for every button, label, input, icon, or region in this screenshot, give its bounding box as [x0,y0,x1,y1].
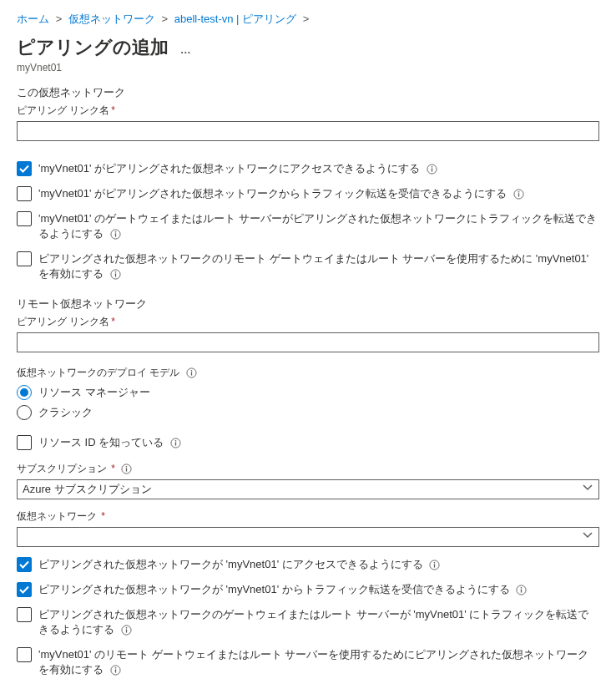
info-icon[interactable] [513,189,524,200]
svg-point-13 [190,370,192,372]
select-remote-vnet[interactable] [17,527,599,547]
page-subtitle: myVnet01 [17,62,599,73]
checkbox-remote-allow-gateway[interactable] [17,607,32,622]
svg-point-4 [518,191,519,193]
checkbox-remote-use-remote-gw[interactable] [17,647,32,662]
svg-point-25 [521,587,523,589]
input-this-link-name[interactable] [17,121,599,141]
label-model-classic: クラシック [38,405,93,420]
label-remote-use-remote-gw: 'myVnet01' のリモート ゲートウェイまたはルート サーバーを使用するた… [38,647,599,677]
info-icon[interactable] [516,585,527,595]
section-this-vnet: この仮想ネットワーク [17,85,599,100]
label-subscription: サブスクリプション * [17,462,599,476]
breadcrumb-vnet-peering[interactable]: abell-test-vn | ピアリング [174,13,296,25]
page-title: ピアリングの追加 [17,35,169,60]
svg-rect-17 [175,442,176,445]
svg-point-1 [431,166,432,168]
radio-model-classic[interactable] [17,405,32,420]
svg-rect-14 [191,372,192,376]
breadcrumb-home[interactable]: ホーム [17,13,49,25]
chevron-right-icon: > [303,13,310,25]
svg-rect-8 [114,233,115,236]
info-icon[interactable] [110,229,121,240]
label-know-resource-id: リソース ID を知っている [38,435,181,450]
info-icon[interactable] [429,560,440,570]
checkbox-this-use-remote-gw[interactable] [17,251,32,266]
label-model-rm: リソース マネージャー [38,385,150,400]
svg-point-10 [114,271,116,273]
breadcrumb: ホーム > 仮想ネットワーク > abell-test-vn | ピアリング > [17,8,599,30]
more-icon[interactable]: … [180,43,193,56]
svg-point-19 [126,466,128,468]
svg-rect-32 [114,669,115,672]
label-remote-vnet: 仮想ネットワーク * [17,509,599,524]
input-remote-link-name[interactable] [17,332,599,352]
label-this-link-name: ピアリング リンク名* [17,104,599,118]
info-icon[interactable] [186,367,197,378]
label-remote-allow-access: ピアリングされた仮想ネットワークが 'myVnet01' にアクセスできるように… [38,557,440,572]
svg-point-7 [114,231,116,233]
info-icon[interactable] [110,665,121,676]
svg-point-28 [125,627,127,629]
svg-point-22 [434,562,436,564]
select-subscription[interactable] [17,479,599,499]
svg-rect-26 [521,589,522,592]
label-remote-allow-gateway: ピアリングされた仮想ネットワークのゲートウェイまたはルート サーバーが 'myV… [38,607,599,637]
label-this-allow-access: 'myVnet01' がピアリングされた仮想ネットワークにアクセスできるようにす… [38,161,437,176]
svg-point-16 [175,440,177,442]
radio-model-rm[interactable] [17,385,32,400]
svg-rect-20 [126,469,127,472]
svg-rect-29 [125,629,126,632]
label-this-allow-forwarded: 'myVnet01' がピアリングされた仮想ネットワークからトラフィック転送を受… [38,186,524,201]
chevron-right-icon: > [56,13,63,25]
checkbox-this-allow-gateway[interactable] [17,211,32,226]
label-remote-link-name: ピアリング リンク名* [17,315,599,329]
select-remote-vnet-value[interactable] [17,527,599,547]
checkbox-this-allow-forwarded[interactable] [17,186,32,201]
checkbox-this-allow-access[interactable] [17,161,32,176]
info-icon[interactable] [170,438,181,448]
svg-rect-2 [432,168,432,171]
info-icon[interactable] [110,269,121,280]
info-icon[interactable] [121,625,132,636]
svg-rect-23 [434,564,435,567]
label-deploy-model: 仮想ネットワークのデプロイ モデル [17,366,599,380]
select-subscription-value[interactable] [17,479,599,499]
section-remote-vnet: リモート仮想ネットワーク [17,296,599,312]
svg-rect-5 [518,193,519,196]
info-icon[interactable] [121,464,132,474]
label-this-use-remote-gw: ピアリングされた仮想ネットワークのリモート ゲートウェイまたはルート サーバーを… [38,251,599,281]
svg-point-31 [114,667,116,669]
svg-rect-11 [114,273,115,276]
checkbox-remote-allow-forwarded[interactable] [17,582,32,597]
label-remote-allow-forwarded: ピアリングされた仮想ネットワークが 'myVnet01' からトラフィック転送を… [38,582,527,597]
checkbox-remote-allow-access[interactable] [17,557,32,572]
label-this-allow-gateway: 'myVnet01' のゲートウェイまたはルート サーバーがピアリングされた仮想… [38,211,599,241]
info-icon[interactable] [427,164,437,175]
breadcrumb-vnets[interactable]: 仮想ネットワーク [68,13,155,25]
checkbox-know-resource-id[interactable] [17,435,32,450]
chevron-right-icon: > [161,13,168,25]
